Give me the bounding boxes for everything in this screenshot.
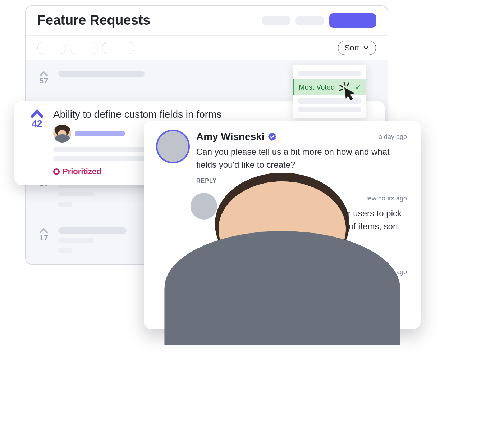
primary-action-button[interactable]	[329, 13, 376, 28]
status-ring-icon	[53, 168, 60, 175]
sort-button-label: Sort	[345, 43, 359, 53]
filter-pill[interactable]	[102, 42, 134, 54]
skeleton-line	[53, 156, 147, 161]
author-avatar	[53, 125, 71, 143]
dropdown-option-placeholder[interactable]	[298, 98, 361, 104]
header-placeholder-pill	[295, 16, 324, 25]
skeleton-line	[58, 192, 94, 196]
dropdown-option-selected[interactable]: Most Voted ✓	[293, 79, 366, 95]
vote-count: 17	[40, 233, 48, 243]
status-label: Prioritized	[63, 167, 101, 176]
avatar	[191, 267, 217, 293]
header-placeholder-pill	[262, 16, 290, 25]
vote-count: 57	[40, 76, 48, 86]
skeleton-line	[53, 147, 147, 152]
chevron-down-icon	[363, 45, 369, 51]
board-header: Feature Requests	[26, 6, 388, 36]
comments-panel: Amy Wisneski a day ago Can you please te…	[144, 121, 421, 329]
sort-button[interactable]: Sort	[338, 41, 376, 55]
vote-count: 42	[32, 118, 42, 129]
filter-pills	[37, 42, 134, 54]
dropdown-option-label: Most Voted	[299, 83, 335, 91]
dropdown-option-placeholder[interactable]	[298, 107, 361, 112]
dropdown-option-placeholder[interactable]	[298, 71, 361, 76]
filter-pill[interactable]	[37, 42, 66, 54]
skeleton-line	[58, 238, 94, 243]
sort-dropdown[interactable]: Most Voted ✓	[293, 65, 366, 118]
skeleton-line	[58, 227, 127, 234]
check-icon: ✓	[355, 83, 361, 91]
upvote-icon[interactable]	[31, 109, 43, 118]
page-title: Feature Requests	[37, 13, 150, 28]
comment-reply: Norman Hall few hours ago This fits our …	[191, 267, 407, 320]
filters-row: Sort	[26, 36, 388, 60]
skeleton-tag	[58, 202, 72, 207]
skeleton-tag	[58, 248, 72, 253]
author-name-placeholder	[75, 131, 125, 136]
skeleton-line	[58, 71, 145, 77]
header-actions	[262, 13, 376, 28]
filter-pill[interactable]	[70, 42, 98, 54]
